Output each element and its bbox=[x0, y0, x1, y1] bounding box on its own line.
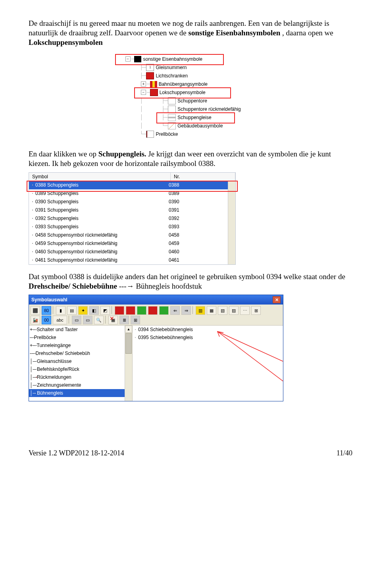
annotation-arrow-icon bbox=[180, 326, 283, 397]
toolbar-button[interactable]: ▮ bbox=[56, 306, 65, 315]
collapse-icon[interactable]: − bbox=[125, 56, 131, 62]
list-item[interactable]: 0393 Schuppengleis0393 bbox=[29, 223, 235, 231]
text: , daarna open we bbox=[282, 29, 333, 37]
tree-row[interactable]: −─Lokschuppensymbole bbox=[118, 88, 263, 96]
tree-row[interactable]: ─Prellböcke bbox=[29, 334, 132, 341]
toolbar-button[interactable]: ≣ bbox=[119, 316, 129, 324]
text: Dat symbool 0388 is duidelijke anders da… bbox=[29, 272, 345, 281]
tree-row[interactable]: ├─Lichtschranken bbox=[118, 71, 263, 80]
toolbar-button[interactable]: ⊞ bbox=[251, 306, 261, 315]
toolbar-button[interactable]: ⋯ bbox=[240, 306, 250, 315]
toolbar-button[interactable]: ▭ bbox=[83, 316, 92, 324]
toolbar-button[interactable] bbox=[115, 306, 124, 315]
toolbar-button[interactable]: ⬛ bbox=[31, 306, 40, 315]
toolbar-button[interactable]: ▦✕ bbox=[108, 316, 118, 324]
tree-row[interactable]: │ ─Rückmeldungen bbox=[29, 373, 132, 381]
toolbar-button[interactable] bbox=[148, 306, 158, 315]
close-icon[interactable]: ✕ bbox=[273, 296, 281, 303]
list-item-label: 0389 Schuppengleis bbox=[35, 191, 79, 196]
list-scrollbar[interactable] bbox=[228, 181, 235, 264]
tree-scrollbar[interactable]: ▲ bbox=[125, 326, 132, 401]
tree-label: sonstige Eisenbahnsymbole bbox=[143, 56, 202, 62]
toolbar-button[interactable] bbox=[137, 306, 146, 315]
tree-label: Schuppentore bbox=[177, 98, 207, 104]
tree-row[interactable]: │ ─Zeichnungselemente bbox=[29, 381, 132, 389]
list-item[interactable]: 0388 Schuppengleis0388 bbox=[29, 181, 235, 189]
list-item-label: 0388 Schuppengleis bbox=[35, 182, 79, 188]
toolbar-button[interactable]: ▥ bbox=[196, 306, 205, 315]
toolbar-button[interactable] bbox=[159, 306, 169, 315]
expand-icon[interactable]: + bbox=[141, 81, 146, 87]
collapse-icon[interactable]: − bbox=[141, 90, 146, 95]
toolbar-button[interactable]: ⇐ bbox=[170, 306, 180, 315]
list-item[interactable]: 0390 Schuppengleis0390 bbox=[29, 198, 235, 206]
toolbar-button[interactable]: ▨ bbox=[229, 306, 239, 315]
list-item-nr: 0390 bbox=[166, 199, 200, 204]
figure-tree-symbols: −─sonstige Eisenbahnsymbole ├─1Gleisnumm… bbox=[118, 52, 263, 141]
col-symbol[interactable]: Symbol bbox=[29, 173, 171, 181]
symbol-icon bbox=[32, 185, 33, 185]
list-item[interactable]: 0392 Schuppengleis0392 bbox=[29, 214, 235, 223]
intro-paragraph-3: Dat symbool 0388 is duidelijke anders da… bbox=[29, 272, 352, 291]
tree-row[interactable]: │ └─Gebäudebausymbole bbox=[118, 121, 263, 130]
tree-row[interactable]: ├─1Gleisnummern bbox=[118, 63, 263, 71]
lightbarrier-icon bbox=[146, 72, 154, 79]
list-item[interactable]: 0461 Schuppensymbol rückmeldefähig0461 bbox=[29, 256, 235, 264]
list-item[interactable]: 0460 Schuppensymbol rückmeldefähig0460 bbox=[29, 248, 235, 256]
toolbar-button[interactable]: 🚂 bbox=[31, 316, 40, 324]
tree-row[interactable]: -─Drehscheibe/ Schiebebüh bbox=[29, 349, 132, 357]
tree-row[interactable]: │ ─Gleisanschlüsse bbox=[29, 357, 132, 365]
list-item[interactable]: 0458 Schuppensymbol rückmeldefähig0458 bbox=[29, 231, 235, 239]
list-item[interactable]: 0459 Schuppensymbol rückmeldefähig0459 bbox=[29, 239, 235, 248]
toolbar-button[interactable]: ▭ bbox=[72, 316, 81, 324]
tree-row[interactable]: │ ├─Schuppentore rückmeldefähig bbox=[118, 105, 263, 113]
tree-row[interactable]: +─Bahnübergangsymbole bbox=[118, 80, 263, 88]
toolbar-button[interactable]: ◧ bbox=[89, 306, 99, 315]
list-item-nr: 0392 bbox=[166, 216, 200, 221]
tree-row[interactable]: │ ├─Schuppengleise bbox=[118, 113, 263, 121]
toolbar-button[interactable]: ◩ bbox=[100, 306, 110, 315]
tree-row[interactable]: │ ─Bühnengleis bbox=[29, 389, 132, 397]
toolbar-button[interactable]: ⊞ bbox=[131, 316, 140, 324]
toolbar-button[interactable]: ✦ bbox=[78, 306, 88, 315]
tree-row[interactable]: −─sonstige Eisenbahnsymbole bbox=[118, 55, 263, 63]
list-item-label: 0460 Schuppensymbol rückmeldefähig bbox=[35, 249, 117, 254]
symbol-icon bbox=[32, 260, 33, 260]
tree-row[interactable]: │ ├─Schuppentore bbox=[118, 96, 263, 105]
list-item-nr: 0393 bbox=[166, 224, 200, 229]
intro-paragraph-2: En daar klikken we op Schuppengleis. Je … bbox=[29, 149, 352, 168]
toolbar-button[interactable] bbox=[126, 306, 135, 315]
col-nr[interactable]: Nr. bbox=[171, 173, 235, 181]
right-list-panel: 0394 Schiebebühnengleis0395 Schiebebühne… bbox=[133, 326, 283, 401]
toolbar-button[interactable]: ▤ bbox=[67, 306, 77, 315]
window-titlebar[interactable]: Symbolauswahl ✕ bbox=[29, 295, 283, 305]
toolbar-badge[interactable]: 80 bbox=[42, 306, 51, 315]
list-item-label: 0458 Schuppensymbol rückmeldefähig bbox=[35, 232, 117, 238]
list-item[interactable]: 0389 Schuppengleis0389 bbox=[29, 189, 235, 198]
tree-label: Rückmeldungen bbox=[37, 374, 71, 380]
tree-row[interactable]: └─Prellböcke bbox=[118, 130, 263, 138]
tree-row[interactable]: │ ─Befehlsknöpfe/Rück bbox=[29, 365, 132, 373]
symbol-icon bbox=[32, 193, 33, 194]
tree-label: Zeichnungselemente bbox=[37, 382, 81, 388]
toolbar-button[interactable]: ⇒ bbox=[181, 306, 191, 315]
symbol-icon bbox=[32, 251, 33, 252]
expand-icon[interactable]: + bbox=[30, 327, 33, 332]
tree-label: Schuppentore rückmeldefähig bbox=[177, 106, 241, 112]
scroll-thumb[interactable] bbox=[125, 333, 132, 354]
toolbar-abc[interactable]: abc bbox=[53, 316, 67, 324]
buffer-icon bbox=[146, 131, 154, 138]
toolbar-badge[interactable]: 00 bbox=[42, 316, 51, 324]
tree-label: Bühnengleis bbox=[37, 390, 63, 396]
tree-row[interactable]: +─Tunneleingänge bbox=[29, 341, 132, 349]
number-icon: 1 bbox=[146, 64, 154, 71]
toolbar-button[interactable]: ▦ bbox=[207, 306, 216, 315]
toolbar-search-icon[interactable]: 🔍 bbox=[94, 316, 104, 324]
toolbar-row-2: 🚂 00 abc ▭ ▭ 🔍 ▦✕ ≣ ⊞ bbox=[29, 316, 283, 325]
toolbar-button[interactable]: ▧ bbox=[218, 306, 227, 315]
list-item[interactable]: 0391 Schuppengleis0391 bbox=[29, 206, 235, 214]
tree-row[interactable]: +─Schalter und Taster bbox=[29, 326, 132, 334]
expand-icon[interactable]: + bbox=[30, 343, 33, 348]
symbol-icon bbox=[32, 210, 33, 210]
scroll-up-icon[interactable]: ▲ bbox=[125, 326, 132, 333]
